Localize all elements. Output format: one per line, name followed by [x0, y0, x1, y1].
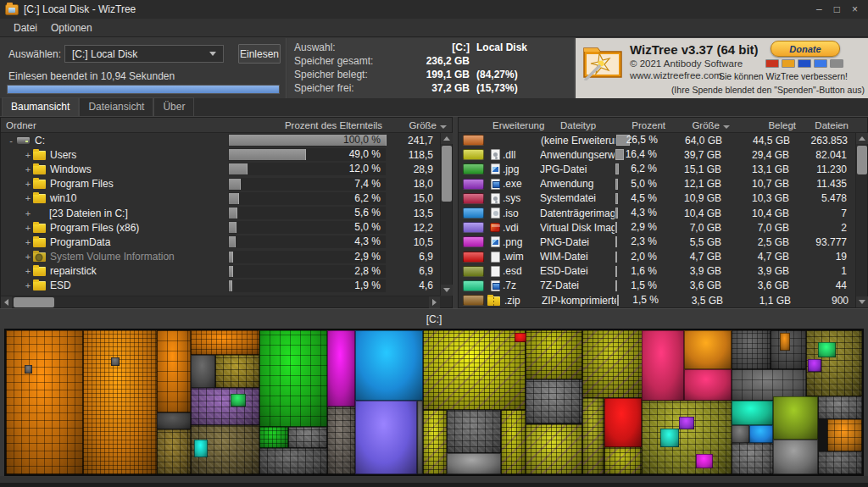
treemap-block[interactable] — [684, 369, 732, 401]
treemap-block[interactable] — [604, 447, 642, 474]
treemap-block[interactable] — [773, 396, 819, 440]
treemap-block[interactable] — [423, 330, 526, 410]
expander-icon[interactable]: + — [23, 193, 33, 203]
tree-row-program-files-x86[interactable]: + Program Files (x86) 5,0 % 12,2 — [1, 220, 440, 235]
treemap-block[interactable] — [818, 396, 862, 419]
treemap-block[interactable] — [642, 401, 732, 474]
column-header-groesse[interactable]: Größe — [387, 120, 452, 130]
extension-row-sys[interactable]: .sys Systemdatei 4,5 % 10,9 GB 10,3 GB 5… — [459, 191, 855, 206]
treemap-block[interactable] — [526, 424, 582, 475]
column-header-prozent[interactable]: Prozent des Elternteils — [230, 120, 387, 130]
expander-icon[interactable]: + — [23, 223, 33, 233]
extension-row-7z[interactable]: .7z 7Z-Datei 1,5 % 3,6 GB 3,6 GB 44 — [459, 279, 855, 293]
treemap-block[interactable] — [194, 440, 208, 457]
tree-row-23-dateien-in-c[interactable]: + [23 Dateien in C:] 5,6 % 13,5 — [1, 206, 440, 220]
expander-icon[interactable]: + — [23, 208, 33, 219]
treemap-block[interactable] — [604, 398, 642, 447]
treemap-block[interactable] — [288, 427, 326, 449]
column-header-dateityp[interactable]: Dateityp — [555, 120, 626, 130]
treemap-block[interactable] — [818, 451, 862, 474]
treemap-block[interactable] — [501, 410, 526, 475]
treemap[interactable] — [4, 329, 864, 476]
treemap-block[interactable] — [83, 330, 157, 474]
tree-row-c[interactable]: - C: 100,0 % 241,7 — [1, 133, 440, 147]
menu-datei[interactable]: Datei — [7, 20, 44, 36]
scrollbar-thumb[interactable] — [14, 297, 54, 307]
treemap-block[interactable] — [157, 429, 191, 474]
treemap-block[interactable] — [818, 342, 835, 358]
expander-icon[interactable]: + — [23, 179, 33, 189]
tab-dateiansicht[interactable]: Dateiansicht — [79, 97, 153, 116]
scroll-up-button[interactable] — [856, 133, 868, 144]
column-header-belegt[interactable]: Belegt — [735, 120, 801, 130]
treemap-block[interactable] — [732, 330, 770, 369]
treemap-block[interactable] — [679, 417, 694, 429]
tree-row-windows[interactable]: + Windows 12,0 % 28,9 — [1, 162, 440, 176]
treemap-block[interactable] — [355, 401, 417, 474]
drive-select-dropdown[interactable]: [C:] Local Disk — [64, 45, 224, 63]
extension-row-exe[interactable]: .exe Anwendung 5,0 % 12,1 GB 10,7 GB 11.… — [459, 177, 855, 191]
treemap-block[interactable] — [696, 454, 713, 468]
treemap-block[interactable] — [526, 330, 582, 379]
tree-row-users[interactable]: + Users 49,0 % 118,5 — [1, 147, 440, 162]
minimize-button[interactable]: – — [816, 1, 822, 18]
treemap-block[interactable] — [111, 357, 120, 366]
treemap-block[interactable] — [157, 330, 191, 412]
tree-row-esd[interactable]: + ESD 1,9 % 4,6 — [1, 279, 440, 293]
expander-icon[interactable]: + — [23, 266, 33, 276]
treemap-block[interactable] — [447, 453, 501, 475]
extension-row-png[interactable]: .png PNG-Datei 2,3 % 5,5 GB 2,5 GB 93.77… — [459, 235, 855, 249]
treemap-block[interactable] — [215, 355, 259, 388]
extension-row-iso[interactable]: .iso Datenträgerimage 4,3 % 10,4 GB 10,4… — [459, 206, 855, 220]
tree-row-win10[interactable]: + win10 6,2 % 15,0 — [1, 191, 440, 206]
treemap-block[interactable] — [355, 330, 423, 401]
column-header-ordner[interactable]: Ordner — [1, 120, 230, 130]
treemap-block[interactable] — [191, 355, 215, 388]
scan-button[interactable]: Einlesen — [238, 44, 281, 64]
extension-row-wim[interactable]: .wim WIM-Datei 2,0 % 4,7 GB 4,7 GB 19 — [459, 250, 855, 264]
column-header-erweiterung[interactable]: Erweiterung — [487, 120, 555, 130]
treemap-block[interactable] — [259, 448, 327, 474]
tree-row-repairstick[interactable]: + repairstick 2,8 % 6,9 — [1, 264, 440, 279]
tree-vertical-scrollbar[interactable] — [440, 133, 452, 296]
treemap-block[interactable] — [780, 333, 790, 350]
treemap-block[interactable] — [749, 425, 773, 442]
tree-row-program-files[interactable]: + Program Files 7,4 % 18,0 — [1, 177, 440, 191]
maximize-button[interactable]: □ — [834, 1, 840, 18]
expander-icon[interactable]: + — [23, 280, 33, 291]
treemap-block[interactable] — [732, 443, 772, 474]
extension-row-dll[interactable]: .dll Anwendungserweit 16,4 % 39,7 GB 29,… — [459, 147, 855, 162]
menu-optionen[interactable]: Optionen — [44, 20, 99, 36]
tree-row-programdata[interactable]: + ProgramData 4,3 % 10,5 — [1, 235, 440, 249]
tab-baumansicht[interactable]: Baumansicht — [2, 97, 79, 116]
column-header-prozent[interactable]: Prozent — [626, 120, 670, 130]
treemap-block[interactable] — [808, 359, 821, 372]
scroll-down-button[interactable] — [441, 285, 453, 296]
treemap-block[interactable] — [191, 388, 259, 425]
extension-vertical-scrollbar[interactable] — [855, 133, 867, 307]
extension-row-vdi[interactable]: .vdi Virtual Disk Image 2,9 % 7,0 GB 7,0… — [459, 220, 855, 235]
treemap-block[interactable] — [515, 333, 526, 343]
tree-row-system-volume-information[interactable]: + System Volume Information 2,9 % 6,9 — [1, 250, 440, 264]
treemap-block[interactable] — [417, 401, 423, 474]
expander-icon[interactable]: + — [23, 164, 33, 174]
scrollbar-thumb[interactable] — [442, 146, 452, 202]
treemap-block[interactable] — [6, 330, 83, 474]
extension-row-jpg[interactable]: .jpg JPG-Datei 6,2 % 15,1 GB 13,1 GB 11.… — [459, 162, 855, 176]
treemap-block[interactable] — [582, 398, 604, 474]
scrollbar-thumb[interactable] — [857, 146, 867, 174]
extension-row-zip[interactable]: .zip ZIP-komprimierter 1,5 % 3,5 GB 1,1 … — [459, 293, 855, 307]
tab-über[interactable]: Über — [153, 97, 194, 116]
treemap-block[interactable] — [732, 425, 748, 442]
treemap-block[interactable] — [684, 330, 732, 369]
treemap-block[interactable] — [423, 410, 447, 475]
treemap-block[interactable] — [447, 410, 501, 453]
treemap-block[interactable] — [259, 427, 288, 449]
scroll-down-button[interactable] — [856, 296, 868, 307]
scroll-up-button[interactable] — [441, 133, 453, 144]
extension-row-no-extension[interactable]: (keine Erweiterung 26,5 % 64,0 GB 44,5 G… — [459, 133, 855, 147]
treemap-block[interactable] — [327, 330, 355, 407]
donate-button[interactable]: Donate — [771, 41, 840, 57]
treemap-block[interactable] — [660, 429, 679, 447]
column-header-dateien[interactable]: Dateien — [801, 120, 854, 130]
